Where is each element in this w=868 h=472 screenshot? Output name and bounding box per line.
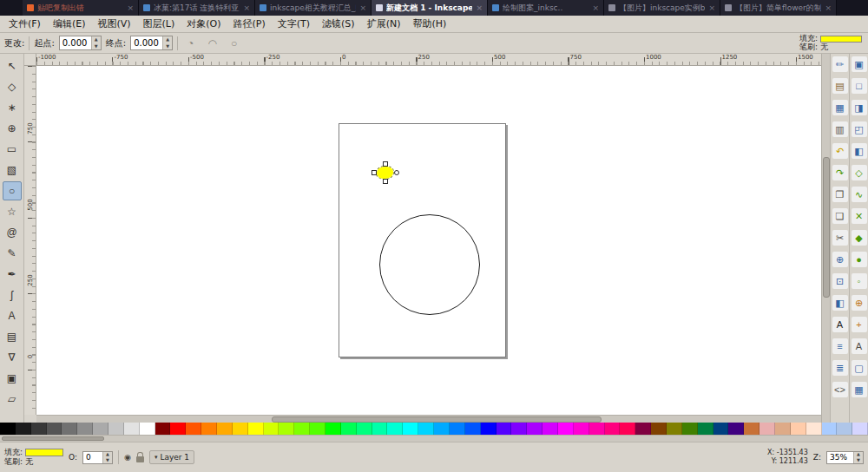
palette-swatch[interactable] [31,423,47,435]
snap-midpoint-icon[interactable]: ◦ [852,273,867,289]
bezier-pen-tool[interactable]: ✒ [3,265,22,284]
snap-smooth-node-icon[interactable]: ● [852,252,867,267]
menu-item[interactable]: 图层(L) [137,16,181,32]
horizontal-scrollbar[interactable] [36,415,821,423]
taskbar-tab[interactable]: 冰菓:第17话 连换特利亚关于.. × [139,0,255,16]
selection-handle-top[interactable] [383,161,388,167]
palette-swatch[interactable] [248,423,264,435]
palette-swatch[interactable] [403,423,418,435]
pencil-tool[interactable]: ✎ [3,244,22,263]
palette-scrollbar-handle[interactable] [2,436,104,441]
tab-close-icon[interactable]: × [708,3,715,12]
taskbar-tab[interactable]: inkscape相关教程汇总_贴.. × [255,0,372,16]
calligraphy-tool[interactable]: ʃ [3,285,22,305]
menu-item[interactable]: 路径(P) [227,16,272,32]
star-tool[interactable]: ☆ [3,202,22,221]
spiral-tool[interactable]: @ [3,223,22,242]
tab-close-icon[interactable]: × [592,3,599,12]
palette-swatch[interactable] [775,423,791,435]
palette-swatch[interactable] [0,423,16,435]
ellipse-tool[interactable]: ○ [3,181,22,200]
tab-close-icon[interactable]: × [127,3,134,12]
menu-item[interactable]: 编辑(E) [47,16,92,32]
zoom-input[interactable] [827,452,853,463]
fill-stroke-dialog-icon[interactable]: ◧ [832,295,848,311]
node-tool[interactable]: ◇ [3,77,22,96]
palette-swatch[interactable] [47,423,62,435]
tab-close-icon[interactable]: × [476,3,483,12]
ellipse-arc-button[interactable]: ◠ [204,35,220,51]
opacity-input[interactable] [83,452,102,463]
start-angle-input[interactable] [60,36,91,49]
palette-swatch[interactable] [542,423,558,435]
text-dialog-icon[interactable]: A [832,317,848,332]
palette-swatch[interactable] [822,423,838,435]
ellipse-whole-button[interactable]: ○ [226,35,242,51]
palette-swatch[interactable] [651,423,667,435]
text-tool[interactable]: A [3,306,22,325]
selection-handle-bottom[interactable] [383,179,388,184]
box3d-tool[interactable]: ▧ [3,161,22,180]
rectangle-tool[interactable]: ▭ [3,140,22,159]
tab-close-icon[interactable]: × [359,3,366,12]
snap-rotation-center-icon[interactable]: + [852,317,867,332]
palette-swatch[interactable] [635,423,651,435]
palette-swatch[interactable] [620,423,635,435]
spin-down-icon[interactable]: ▼ [854,457,863,463]
paint-bucket-tool[interactable]: ▣ [3,369,22,388]
palette-swatch[interactable] [682,423,698,435]
align-dialog-icon[interactable]: ≡ [832,338,848,354]
palette-swatch[interactable] [357,423,372,435]
vertical-ruler[interactable]: 750 500 250 0 [24,66,36,415]
pen-edit-icon[interactable]: ✏ [832,56,848,72]
zoom-drawing-icon[interactable]: ⊕ [832,252,848,267]
snap-bbox-midpoint-icon[interactable]: ◧ [852,143,867,159]
document-page[interactable] [339,123,506,357]
menu-item[interactable]: 滤镜(S) [316,16,361,32]
palette-swatch[interactable] [744,423,760,435]
zoom-page-icon[interactable]: ⊡ [832,273,848,289]
gradient-tool[interactable]: ▤ [3,327,22,346]
palette-swatch[interactable] [62,423,77,435]
tab-close-icon[interactable]: × [243,3,250,12]
horizontal-ruler[interactable]: -1000-750-500-2500250500750100012501500 [36,54,821,66]
palette-swatch[interactable] [294,423,310,435]
menu-item[interactable]: 视图(V) [91,16,136,32]
snap-enable-icon[interactable]: ▣ [852,56,867,72]
palette-swatch[interactable] [124,423,140,435]
palette-swatch[interactable] [837,423,852,435]
snap-nodes-icon[interactable]: ◇ [852,165,867,180]
palette-swatch[interactable] [574,423,589,435]
selection-handle-right[interactable] [394,170,399,175]
taskbar-tab[interactable]: 【图片】简单flower的制作 × [720,0,837,16]
palette-swatch[interactable] [806,423,822,435]
palette-swatch[interactable] [108,423,124,435]
palette-swatch[interactable] [852,423,868,435]
snap-object-center-icon[interactable]: ⊕ [852,295,867,311]
palette-swatch[interactable] [527,423,542,435]
palette-swatch[interactable] [170,423,186,435]
palette-swatch[interactable] [760,423,775,435]
palette-swatch[interactable] [589,423,605,435]
palette-swatch[interactable] [233,423,248,435]
palette-swatch[interactable] [791,423,806,435]
palette-swatch[interactable] [465,423,481,435]
drawing-canvas[interactable] [36,66,821,415]
snap-cusp-node-icon[interactable]: ◆ [852,230,867,246]
menu-item[interactable]: 帮助(H) [406,16,452,32]
palette-swatch[interactable] [140,423,155,435]
palette-swatch[interactable] [667,423,682,435]
layers-dialog-icon[interactable]: ≣ [832,360,848,376]
palette-swatch[interactable] [434,423,450,435]
selection-handle-left[interactable] [372,170,377,175]
menu-item[interactable]: 文件(F) [3,16,47,32]
menu-item[interactable]: 对象(O) [181,16,227,32]
paste-icon[interactable]: ❏ [832,208,848,224]
snap-grid-icon[interactable]: ▦ [852,382,867,397]
taskbar-tab[interactable]: 绘制图案_inksc.. × [488,0,604,16]
taskbar-tab[interactable]: 【图片】inkscape实例bolil × [604,0,720,16]
zoom-tool[interactable]: ⊕ [3,119,22,138]
selected-object-group[interactable] [372,161,399,184]
palette-swatch[interactable] [372,423,388,435]
snap-bbox-corner-icon[interactable]: ◰ [852,121,867,137]
